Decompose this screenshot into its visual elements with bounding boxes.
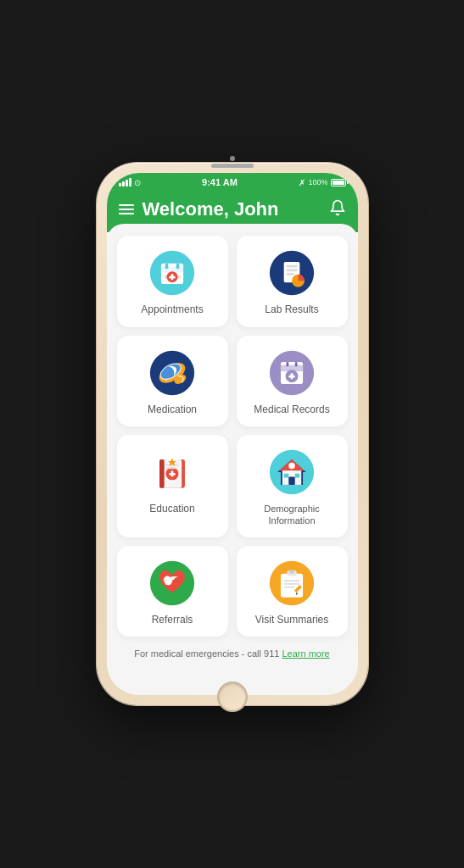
status-right: ✗ 100% [299,178,345,187]
visit-summaries-icon [268,559,316,607]
svg-rect-46 [288,477,294,485]
hamburger-line-1 [119,204,134,206]
hamburger-line-3 [119,213,134,214]
status-left: ⊙ [119,178,141,187]
hamburger-line-2 [119,209,134,210]
camera [230,156,235,161]
lab-results-card[interactable]: Lab Results [237,236,348,327]
svg-rect-30 [286,362,288,367]
svg-rect-58 [284,583,300,585]
hamburger-menu-button[interactable] [119,204,134,214]
appointments-icon [148,249,196,297]
signal-icon [119,178,131,186]
svg-rect-4 [176,264,180,270]
status-time: 9:41 AM [202,177,238,187]
main-content: Appointments [107,224,358,695]
status-bar: ⊙ 9:41 AM ✗ 100% [107,173,358,192]
battery-icon [331,179,346,186]
svg-rect-38 [166,465,179,466]
lab-results-label: Lab Results [265,303,318,317]
medication-card[interactable]: Medication [117,336,228,427]
phone-top-decoration [211,156,254,168]
medical-records-icon [268,349,316,397]
svg-rect-34 [159,459,165,488]
svg-point-49 [288,463,294,469]
notification-bell-button[interactable] [329,199,346,220]
demographic-information-card[interactable]: Demographic Information [237,435,348,537]
referrals-icon [148,559,196,607]
wifi-icon: ⊙ [134,178,141,187]
svg-rect-57 [284,580,300,581]
emergency-text: For medical emergencies - call 911 [134,648,279,659]
referrals-label: Referrals [152,614,193,627]
visit-summaries-card[interactable]: Visit Summaries [237,546,348,637]
svg-rect-47 [284,474,289,478]
appointments-card[interactable]: Appointments [117,236,228,327]
svg-rect-3 [165,264,169,270]
emergency-notice: For medical emergencies - call 911 Learn… [117,645,348,664]
svg-rect-13 [286,265,297,268]
svg-rect-10 [169,276,175,279]
svg-rect-48 [295,474,300,478]
svg-rect-15 [286,273,293,275]
education-icon [148,448,196,496]
demographic-information-icon [268,448,316,496]
medication-icon [148,349,196,397]
svg-rect-59 [284,587,295,588]
learn-more-link[interactable]: Learn more [282,648,329,659]
bluetooth-icon: ✗ [299,178,305,187]
menu-grid: Appointments [117,236,348,637]
svg-rect-29 [288,375,294,377]
svg-rect-14 [286,269,297,271]
demographic-information-label: Demographic Information [245,503,339,527]
svg-rect-2 [161,267,183,273]
svg-rect-37 [169,473,175,476]
svg-rect-56 [289,570,294,574]
referrals-card[interactable]: Referrals [117,546,228,637]
appointments-label: Appointments [141,303,203,317]
phone-screen: ⊙ 9:41 AM ✗ 100% Welcome, John [107,173,358,695]
lab-results-icon [268,249,316,297]
medical-records-card[interactable]: Medical Records [237,336,348,427]
medical-records-label: Medical Records [254,403,329,417]
home-button[interactable] [217,682,248,712]
phone-frame: ⊙ 9:41 AM ✗ 100% Welcome, John [97,163,368,705]
welcome-heading: Welcome, John [143,198,329,220]
svg-rect-39 [166,468,176,470]
medication-label: Medication [148,403,197,417]
visit-summaries-label: Visit Summaries [255,614,328,627]
education-label: Education [149,503,194,516]
svg-rect-31 [295,362,298,367]
education-card[interactable]: Education [117,435,228,537]
battery-pct-label: 100% [308,178,327,186]
battery-fill [333,181,344,185]
speaker [211,164,254,168]
